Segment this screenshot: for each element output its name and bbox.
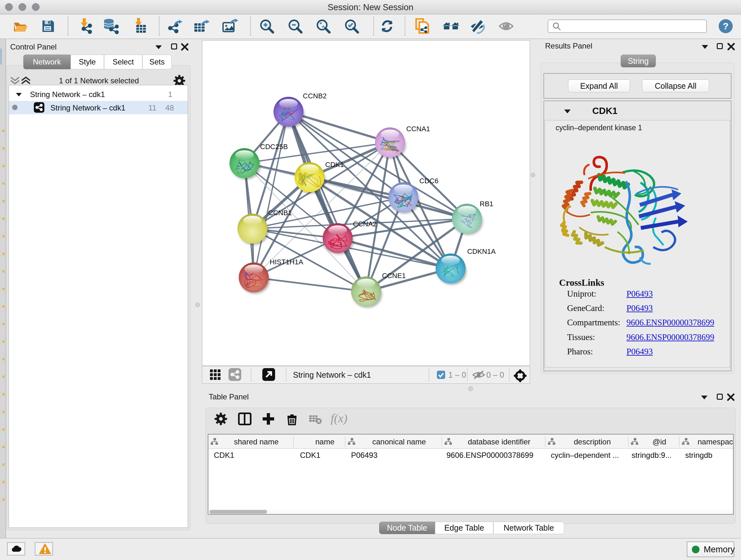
svg-text:CDC6: CDC6 [419, 177, 439, 185]
svg-text:CDKN1A: CDKN1A [467, 247, 496, 255]
svg-text:CDK1: CDK1 [325, 161, 344, 169]
svg-text:RB1: RB1 [480, 200, 493, 208]
svg-text:CCNB2: CCNB2 [303, 92, 327, 100]
svg-text:CCNA2: CCNA2 [353, 220, 377, 228]
svg-text:CCNE1: CCNE1 [382, 272, 406, 280]
svg-text:CDC25B: CDC25B [260, 143, 288, 151]
svg-text:CCNA1: CCNA1 [406, 125, 430, 133]
svg-text:CCNB1: CCNB1 [268, 209, 292, 217]
svg-text:HIST1H1A: HIST1H1A [270, 258, 303, 266]
